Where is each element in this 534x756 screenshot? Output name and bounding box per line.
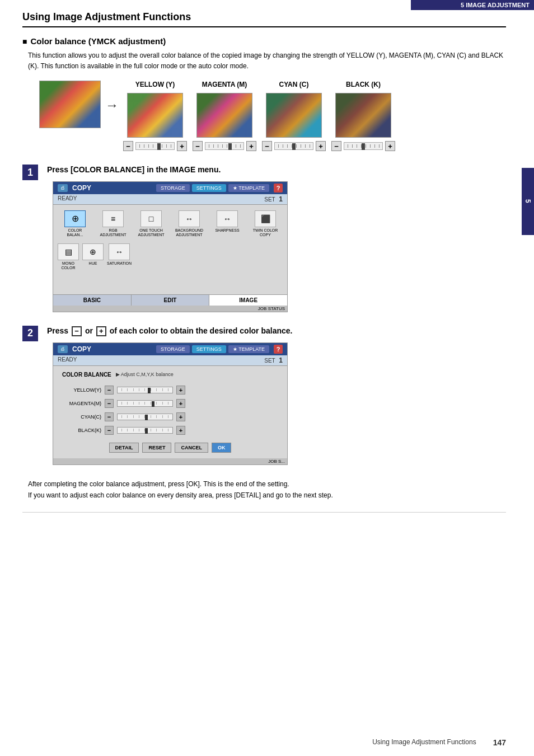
magenta-image	[196, 93, 252, 138]
basic-tab[interactable]: BASIC	[53, 295, 132, 306]
cyan-track[interactable]	[274, 142, 313, 150]
after-text-line1: After completing the color balance adjus…	[28, 478, 506, 490]
cyan-balance-row: CYAN(C) −	[62, 412, 278, 421]
after-text: After completing the color balance adjus…	[28, 478, 506, 501]
black-mini-track[interactable]	[117, 427, 173, 434]
ok-btn[interactable]: OK	[212, 443, 232, 453]
black-minus[interactable]: −	[105, 426, 114, 435]
step1: 1 Press [COLOR BALANCE] in the IMAGE men…	[22, 165, 506, 312]
bg-icon-label: BACKGROUNDADJUSTMENT	[175, 228, 203, 238]
mono-color-icon-item[interactable]: ▤ MONOCOLOR	[58, 243, 79, 271]
reset-btn[interactable]: RESET	[142, 443, 171, 453]
black-plus[interactable]: +	[176, 426, 185, 435]
star-icon-2: ★	[233, 346, 237, 352]
detail-btn[interactable]: DETAIL	[109, 443, 139, 453]
step2-content: Press − or + of each color to obtain the…	[47, 326, 506, 465]
side-tab: 5	[522, 168, 534, 235]
color-balance-icon-item[interactable]: ⊕ COLORBALAN...	[58, 210, 92, 238]
cancel-btn[interactable]: CANCEL	[175, 443, 208, 453]
mono-color-icon-box: ▤	[58, 243, 79, 260]
storage-btn[interactable]: STORAGE	[156, 184, 190, 192]
cyan-label: CYAN (C)	[279, 81, 309, 88]
twin-color-icon-item[interactable]: ⬛ TWIN COLORCOPY	[248, 210, 283, 238]
cyan-channel-label: CYAN(C)	[62, 414, 101, 420]
template-btn-2[interactable]: ★ TEMPLATE	[228, 345, 269, 353]
top-bar: 5 IMAGE ADJUSTMENT	[411, 0, 534, 10]
yellow-plus[interactable]: +	[176, 386, 185, 395]
black-plus-btn[interactable]: +	[385, 141, 395, 151]
cyan-slider-row: − +	[262, 141, 326, 151]
one-touch-icon-item[interactable]: □ ONE TOUCHADJUSTMENT	[134, 210, 168, 238]
top-bar-label: 5 IMAGE ADJUSTMENT	[461, 2, 530, 8]
hue-icon-box: ⊕	[82, 243, 104, 260]
help-btn[interactable]: ?	[274, 184, 283, 192]
cyan-minus-btn[interactable]: −	[262, 141, 272, 151]
magenta-slider-row: − +	[193, 141, 256, 151]
rgb-adjust-icon-item[interactable]: ≡ RGBADJUSTMENT	[96, 210, 130, 238]
hue-icon-item[interactable]: ⊕ HUE	[82, 243, 104, 271]
copier-header-btns: STORAGE SETTINGS ★ TEMPLATE	[156, 184, 269, 192]
magenta-minus[interactable]: −	[105, 399, 114, 408]
settings-btn-2[interactable]: SETTINGS	[192, 345, 226, 353]
source-image	[39, 81, 101, 128]
after-text-line2: If you want to adjust each color balance…	[28, 490, 506, 501]
cyan-minus[interactable]: −	[105, 412, 114, 421]
black-col: BLACK (K) −	[331, 81, 395, 151]
magenta-plus-btn[interactable]: +	[246, 141, 256, 151]
image-tab[interactable]: IMAGE	[209, 295, 287, 306]
twin-color-icon-label: TWIN COLORCOPY	[253, 228, 278, 238]
color-columns: YELLOW (Y) −	[123, 81, 395, 151]
cyan-plus[interactable]: +	[176, 412, 185, 421]
balance-label: COLOR BALANCE	[62, 372, 111, 378]
plus-key[interactable]: +	[96, 326, 106, 336]
help-btn-2[interactable]: ?	[274, 345, 283, 354]
magenta-label: MAGENTA (M)	[202, 81, 247, 88]
arrow: →	[105, 81, 119, 113]
section-title: Color balance (YMCK adjustment)	[22, 36, 506, 46]
yellow-mini-track[interactable]	[117, 387, 173, 393]
edit-tab[interactable]: EDIT	[132, 295, 210, 306]
description: This function allows you to adjust the o…	[28, 50, 506, 72]
press-text: Press	[47, 326, 71, 335]
cyan-plus-btn[interactable]: +	[316, 141, 326, 151]
step2-number: 2	[22, 326, 38, 341]
hue-icon-label: HUE	[89, 261, 97, 266]
magenta-minus-btn[interactable]: −	[193, 141, 203, 151]
magenta-plus[interactable]: +	[176, 399, 185, 408]
page-title: Using Image Adjustment Functions	[22, 11, 506, 27]
sharpness-icon-label: SHARPNESS	[215, 228, 239, 233]
black-channel-label: BLACK(K)	[62, 428, 101, 433]
yellow-minus-btn[interactable]: −	[123, 141, 133, 151]
magenta-balance-row: MAGENTA(M) −	[62, 399, 278, 408]
balance-body: COLOR BALANCE ▶ Adjust C,M,Y,K balance Y…	[53, 366, 287, 458]
balance-title-row: COLOR BALANCE ▶ Adjust C,M,Y,K balance	[62, 372, 278, 378]
minus-key[interactable]: −	[72, 326, 82, 336]
copier-icon-2: 🖨	[58, 345, 68, 353]
template-btn[interactable]: ★ TEMPLATE	[228, 184, 269, 192]
one-touch-icon-box: □	[140, 210, 162, 227]
copier-copy-label-2: COPY	[72, 345, 152, 353]
yellow-balance-row: YELLOW(Y) −	[62, 386, 278, 395]
black-slider-row: − +	[331, 141, 395, 151]
settings-btn[interactable]: SETTINGS	[192, 184, 226, 192]
twin-color-icon-box: ⬛	[255, 210, 276, 227]
parrot-source	[40, 81, 100, 128]
yellow-minus[interactable]: −	[105, 386, 114, 395]
cyan-col: CYAN (C) −	[262, 81, 326, 151]
black-minus-btn[interactable]: −	[331, 141, 341, 151]
yellow-track[interactable]	[135, 142, 175, 150]
job-status[interactable]: JOB STATUS	[53, 306, 287, 312]
saturation-icon-item[interactable]: ↔ SATURATION	[107, 243, 132, 271]
magenta-track[interactable]	[205, 142, 244, 150]
black-track[interactable]	[344, 142, 383, 150]
job-status-2[interactable]: JOB S...	[53, 458, 287, 464]
color-balance-icon-label: COLORBALAN...	[67, 228, 83, 238]
copier-icon: 🖨	[58, 184, 68, 192]
magenta-col: MAGENTA (M) −	[193, 81, 256, 151]
yellow-plus-btn[interactable]: +	[177, 141, 187, 151]
magenta-mini-track[interactable]	[117, 400, 173, 407]
cyan-mini-track[interactable]	[117, 414, 173, 420]
storage-btn-2[interactable]: STORAGE	[156, 345, 190, 353]
bg-adjust-icon-item[interactable]: ↔ BACKGROUNDADJUSTMENT	[172, 210, 207, 238]
sharpness-icon-item[interactable]: ↔ SHARPNESS	[210, 210, 245, 238]
